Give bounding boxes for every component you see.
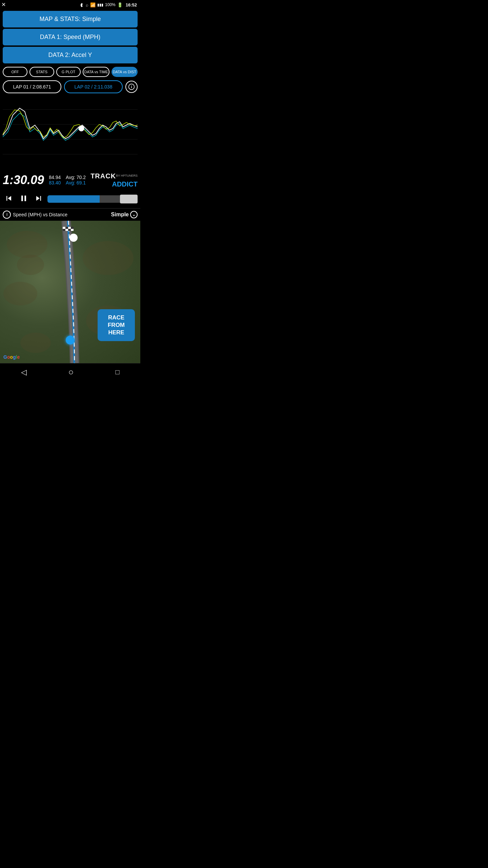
progress-fill [47,195,100,203]
battery-percent: 100% [105,2,116,7]
chart-label: Speed (MPH) vs Distance [13,212,67,217]
chart-area [3,95,138,169]
rewind-button[interactable] [3,192,15,205]
signal-icon: ▮▮▮ [97,3,103,7]
nav-bar: ◁ ○ □ [0,363,140,381]
track-addict-logo: TRACKBY HPTUNERS ADDICT [90,172,138,188]
info-bar: ⇧ Speed (MPH) vs Distance Simple ⌄ [0,208,140,221]
forward-button[interactable] [33,192,45,205]
tab-data-dist[interactable]: DATA vs DIST [111,67,138,77]
status-bar: ⌕ 📶 ▮▮▮ 100% 🔋 16:52 [0,0,140,9]
tab-row: OFF STATS G PLOT DATA vs TIME DATA vs DI… [0,65,140,79]
nav-home-button[interactable]: ○ [62,366,81,379]
map-area[interactable]: RACE FROMHERE Google [0,221,140,363]
lap1-button[interactable]: LAP 01 / 2:08.671 [3,80,61,93]
progress-thumb[interactable] [120,195,138,203]
tab-off[interactable]: OFF [3,67,27,77]
info-bar-right: Simple ⌄ [111,211,138,218]
close-button[interactable]: ✕ [1,1,6,8]
stat1-avg: Avg: 70.2 [66,175,86,180]
lap2-button[interactable]: LAP 02 / 2:11.038 [64,80,123,93]
clock: 16:52 [126,2,137,7]
stat-row1: 84.94 Avg: 70.2 [47,175,87,180]
tab-data-time[interactable]: DATA vs TIME [83,67,109,77]
bluetooth-icon [79,2,84,7]
mode-label: Simple [111,212,129,218]
chart-svg [3,95,138,169]
race-from-here-button[interactable]: RACE FROMHERE [98,309,135,341]
position-dot [66,336,75,344]
status-icons: ⌕ 📶 ▮▮▮ 100% 🔋 16:52 [79,2,137,7]
race-from-label: RACE FROMHERE [108,314,125,336]
logo-addict: ADDICT [90,180,138,188]
stat2-val: 83.40 [49,180,61,185]
svg-rect-6 [63,227,65,229]
stat-row2: 83.40 Avg: 69.1 [47,180,87,185]
info-bar-left: ⇧ Speed (MPH) vs Distance [3,211,67,219]
svg-point-5 [79,126,84,131]
lap-row: LAP 01 / 2:08.671 LAP 02 / 2:11.038 [0,79,140,95]
stat1-val: 84.94 [49,175,61,180]
google-logo: Google [3,354,20,360]
map-stats-button[interactable]: MAP & STATS: Simple [3,11,138,27]
playback-time: 1:30.09 [3,173,44,187]
svg-rect-11 [65,229,68,231]
battery-icon: 🔋 [117,2,123,7]
svg-rect-9 [71,227,74,229]
stat2-avg: Avg: 69.1 [66,180,86,185]
svg-rect-7 [65,227,68,229]
svg-rect-10 [63,229,65,231]
svg-rect-12 [68,229,71,231]
data2-button[interactable]: DATA 2: Accel Y [3,47,138,63]
svg-rect-13 [71,229,74,231]
controls-row [0,191,140,208]
logo-byhp: BY HPTUNERS [116,174,138,177]
wifi-icon: 📶 [90,2,96,7]
svg-rect-8 [68,227,71,229]
data-stats: 84.94 Avg: 70.2 83.40 Avg: 69.1 [47,175,87,185]
position-dot-top [69,234,78,242]
tab-stats[interactable]: STATS [29,67,54,77]
stats-row: 1:30.09 84.94 Avg: 70.2 83.40 Avg: 69.1 … [0,169,140,191]
mode-dropdown[interactable]: ⌄ [130,211,138,218]
nav-recents-button[interactable]: □ [108,367,126,377]
tab-gplot[interactable]: G PLOT [56,67,81,77]
logo-track: TRACK [90,172,116,180]
bluetooth-icon2: ⌕ [86,2,88,7]
info-icon[interactable] [125,81,138,93]
nav-back-button[interactable]: ◁ [14,367,34,378]
progress-bar[interactable] [47,195,138,203]
data1-button[interactable]: DATA 1: Speed (MPH) [3,29,138,45]
expand-icon[interactable]: ⇧ [3,211,11,219]
pause-button[interactable] [18,192,30,205]
